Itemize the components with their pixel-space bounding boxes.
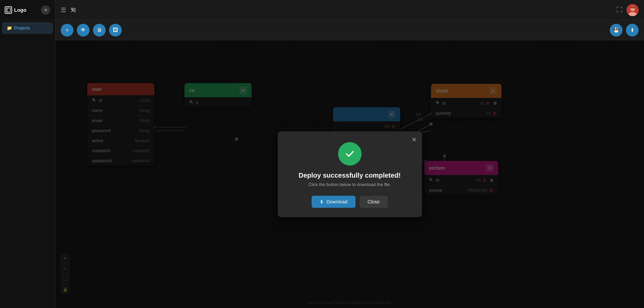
- topbar: ☰ 知 ⛶: [55, 0, 644, 20]
- monitor-icon: 🖥: [97, 27, 102, 33]
- logo-area: Logo ☀: [0, 0, 55, 20]
- modal-title: Deploy successfully completed!: [290, 172, 410, 179]
- toolbar-right-actions: 💾 ⬇: [610, 24, 639, 37]
- download-icon-modal: ⬇: [320, 199, 324, 204]
- toolbar: + 👁 🖥 🖼 💾 ⬇: [55, 20, 644, 40]
- image-button[interactable]: 🖼: [109, 24, 122, 37]
- logo: Logo: [5, 6, 26, 14]
- modal-close-action-button[interactable]: Close: [360, 196, 388, 208]
- svg-rect-0: [6, 8, 10, 12]
- eye-icon: 👁: [80, 27, 86, 33]
- download-toolbar-button[interactable]: ⬇: [626, 24, 639, 37]
- deploy-success-modal: ✕ Deploy successfully completed! Click t…: [278, 131, 422, 217]
- download-label: Download: [326, 199, 347, 204]
- main-canvas-area: ☰ 知 ⛶ + 👁 🖥 🖼: [55, 0, 644, 308]
- eye-button[interactable]: 👁: [77, 24, 90, 37]
- folder-icon: 📁: [7, 25, 12, 30]
- menu-icon[interactable]: ☰: [61, 6, 66, 14]
- close-label: Close: [368, 199, 380, 204]
- projects-label: Projects: [14, 25, 30, 30]
- topbar-right: ⛶: [616, 4, 639, 16]
- save-icon: 💾: [613, 27, 620, 33]
- canvas[interactable]: 1:1 1:N user 🔍 id UUID name: [55, 40, 644, 308]
- user-avatar[interactable]: [627, 4, 639, 16]
- logo-text: Logo: [14, 7, 26, 13]
- modal-success-icon: [338, 142, 362, 166]
- projects-nav-item[interactable]: 📁 Projects: [2, 22, 53, 34]
- add-button[interactable]: +: [61, 24, 73, 37]
- sun-icon: ☀: [44, 7, 48, 13]
- monitor-button[interactable]: 🖥: [93, 24, 106, 37]
- topbar-title: 知: [71, 7, 76, 13]
- modal-close-button[interactable]: ✕: [412, 136, 417, 143]
- sidebar: Logo ☀ 📁 Projects: [0, 0, 55, 308]
- fullscreen-icon[interactable]: ⛶: [616, 6, 623, 13]
- modal-actions: ⬇ Download Close: [290, 196, 410, 208]
- image-icon: 🖼: [113, 27, 118, 33]
- modal-download-button[interactable]: ⬇ Download: [312, 196, 355, 208]
- save-button[interactable]: 💾: [610, 24, 623, 37]
- logo-icon: [5, 6, 12, 14]
- plus-icon: +: [65, 27, 68, 33]
- theme-toggle-button[interactable]: ☀: [41, 5, 50, 15]
- modal-subtitle: Click the button below to download the f…: [290, 182, 410, 187]
- modal-overlay: ✕ Deploy successfully completed! Click t…: [55, 40, 644, 308]
- download-icon: ⬇: [630, 27, 635, 33]
